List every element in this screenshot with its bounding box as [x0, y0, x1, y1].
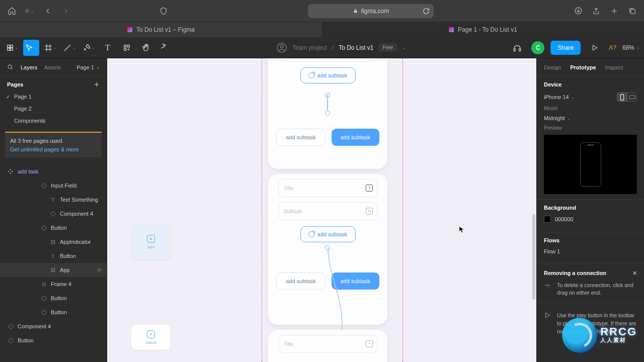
upgrade-link[interactable]: Get unlimited pages & more — [10, 146, 78, 152]
layer-row[interactable]: Component 4 — [0, 207, 107, 221]
artboard-check[interactable]: ✓ check — [131, 325, 171, 350]
chevron-down-icon[interactable]: ⌄ — [402, 45, 406, 50]
add-subtask-chip[interactable]: add subtask — [300, 67, 356, 83]
layer-row[interactable]: AppIndicator — [0, 235, 107, 249]
landscape-icon[interactable] — [627, 93, 637, 102]
svg-rect-46 — [41, 296, 46, 301]
page-item-components[interactable]: ✓Components — [0, 115, 107, 127]
add-subtask-chip[interactable]: add subtask — [300, 226, 356, 242]
expand-icon[interactable]: ⇡ — [366, 340, 373, 347]
frame-card-3[interactable]: Title⇡ — [268, 330, 387, 362]
layer-row[interactable]: App⟳ — [0, 263, 107, 277]
collapse-icon[interactable]: ⊟ — [366, 208, 373, 215]
reload-icon[interactable] — [423, 8, 430, 15]
title-input[interactable]: Title⇡ — [278, 179, 377, 197]
comp-icon — [7, 168, 14, 175]
tabs-overview-icon[interactable] — [628, 7, 637, 16]
home-icon[interactable] — [7, 7, 16, 16]
right-panel: Design Prototype Inspect Device iPhone 1… — [536, 58, 644, 362]
layer-row[interactable]: Button — [0, 291, 107, 305]
layer-row[interactable]: Frame 4 — [0, 277, 107, 291]
user-avatar-outline-icon[interactable] — [276, 42, 287, 53]
device-select[interactable]: iPhone 14⌄ — [544, 94, 575, 100]
search-icon[interactable] — [7, 64, 14, 70]
layer-row[interactable]: Input Field — [0, 178, 107, 193]
title-input[interactable]: Title⇡ — [278, 335, 377, 353]
layers-tab[interactable]: Layers — [21, 64, 37, 70]
text-tool[interactable]: T — [100, 40, 116, 56]
plan-badge[interactable]: Free — [379, 43, 397, 52]
browser-tab-1[interactable]: Page 1 - To Do List v1 — [322, 22, 644, 37]
add-page-icon[interactable] — [94, 81, 100, 87]
link-icon: ⟳ — [97, 267, 102, 274]
subtask-input[interactable]: Subtask⊟ — [278, 202, 377, 220]
canvas[interactable]: + add ✓ check Title⇡ add subtask add sub… — [107, 58, 536, 362]
layer-row[interactable]: add task — [0, 164, 107, 178]
move-tool[interactable]: ⌄ — [23, 40, 39, 56]
svg-rect-47 — [41, 310, 46, 315]
layer-row[interactable]: Button — [0, 305, 107, 319]
device-header: Device — [544, 81, 637, 87]
svg-rect-18 — [124, 45, 126, 47]
dev-mode-indicator[interactable]: A? — [609, 44, 616, 51]
inspect-tab[interactable]: Inspect — [605, 64, 623, 70]
prototype-tab[interactable]: Prototype — [570, 64, 596, 70]
shape-tool[interactable]: ⌄ — [80, 40, 97, 56]
frame-tool[interactable]: ⌄ — [42, 40, 58, 56]
download-icon[interactable] — [574, 7, 583, 16]
layer-row[interactable]: TButton — [0, 249, 107, 263]
pen-tool[interactable]: ⌄ — [61, 40, 77, 56]
pages-header: Pages — [7, 81, 23, 87]
layer-row[interactable]: Component 4 — [0, 319, 107, 333]
layer-row[interactable]: TText Something — [0, 193, 107, 207]
bg-hex[interactable]: 000000 — [555, 216, 574, 222]
avatar[interactable]: C — [531, 41, 544, 54]
add-subtask-primary[interactable]: add subtask — [332, 129, 379, 146]
svg-rect-9 — [11, 45, 13, 47]
new-tab-icon[interactable] — [610, 7, 619, 16]
main-menu-button[interactable]: ⌄ — [4, 40, 20, 56]
design-tab[interactable]: Design — [544, 64, 561, 70]
guide-left — [262, 58, 262, 362]
breadcrumb-project[interactable]: Team project — [292, 44, 327, 51]
page-selector[interactable]: Page 1⌄ — [76, 64, 100, 70]
shield-icon[interactable] — [159, 7, 168, 16]
layer-row[interactable]: Button — [0, 221, 107, 235]
svg-rect-34 — [41, 225, 46, 230]
zoom-level[interactable]: 68%⌄ — [622, 44, 640, 51]
page-item-2[interactable]: ✓Page 2 — [0, 103, 107, 115]
add-subtask-secondary[interactable]: add subtask — [276, 129, 325, 146]
close-tip-icon[interactable]: ✕ — [632, 269, 637, 278]
voice-icon[interactable] — [509, 40, 525, 56]
share-os-icon[interactable] — [592, 7, 601, 16]
expand-icon[interactable]: ⇡ — [366, 185, 373, 192]
browser-tab-0[interactable]: To Do List v1 – Figma — [0, 22, 322, 37]
resources-tool[interactable] — [119, 40, 135, 56]
flow-item[interactable]: Flow 1 — [544, 248, 560, 254]
title-input[interactable]: Title⇡ — [278, 58, 377, 61]
page-item-1[interactable]: ✓Page 1 — [0, 90, 107, 103]
mouse-cursor-icon — [459, 226, 465, 234]
portrait-icon[interactable] — [617, 93, 627, 102]
browser-tabs: To Do List v1 – Figma Page 1 - To Do Lis… — [0, 22, 644, 37]
hand-tool[interactable] — [138, 40, 154, 56]
model-select[interactable]: Midnight⌄ — [544, 115, 571, 121]
url-bar[interactable]: figma.com — [308, 4, 434, 18]
svg-marker-27 — [593, 45, 597, 50]
share-button[interactable]: Share — [550, 41, 581, 55]
bg-swatch[interactable] — [544, 216, 551, 223]
svg-rect-51 — [629, 96, 634, 99]
sidebar-toggle-icon[interactable]: ⌄ — [25, 7, 34, 16]
artboard-add[interactable]: + add — [131, 224, 171, 259]
comment-tool[interactable] — [157, 40, 173, 56]
layer-row[interactable]: Button — [0, 333, 107, 347]
assets-tab[interactable]: Assets — [44, 64, 61, 70]
breadcrumb-file[interactable]: To Do List v1 — [339, 44, 373, 51]
svg-point-17 — [84, 49, 86, 50]
present-button[interactable] — [587, 40, 603, 56]
back-icon[interactable] — [43, 7, 52, 16]
svg-rect-50 — [620, 94, 624, 100]
text-icon: T — [49, 196, 56, 203]
add-subtask-secondary[interactable]: add subtask — [276, 273, 325, 290]
canvas-scrollbar[interactable] — [532, 214, 535, 300]
